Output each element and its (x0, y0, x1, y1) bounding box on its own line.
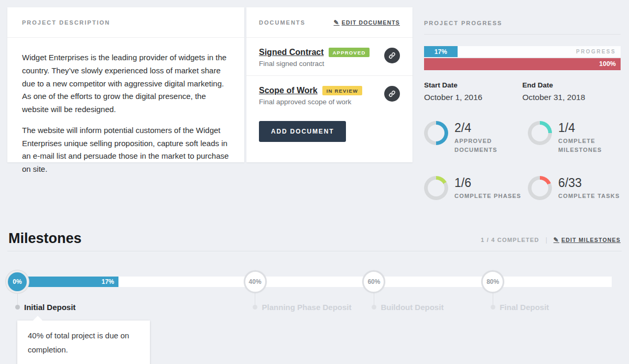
milestone-dot (372, 305, 376, 310)
description-paragraph: The website will inform potential custom… (22, 124, 230, 176)
milestone-dot (491, 305, 495, 310)
milestone-label[interactable]: Initial Deposit (24, 303, 75, 312)
add-document-button[interactable]: ADD DOCUMENT (259, 121, 346, 142)
total-bar: 100% (424, 58, 621, 70)
status-badge: IN REVIEW (322, 86, 362, 95)
stats-grid: 2/4 APPROVED DOCUMENTS 1/4 COMPLETE MILE… (424, 121, 621, 201)
pencil-icon: ✎ (333, 19, 339, 26)
document-name-link[interactable]: Signed Contract (259, 48, 324, 57)
milestone-label[interactable]: Final Deposit (500, 303, 549, 312)
milestone-dot (15, 305, 20, 310)
document-description: Final signed contract (259, 60, 376, 68)
project-progress-panel: PROJECT PROGRESS 17% PROGRESS 100% Start… (424, 7, 621, 201)
milestone-node-0[interactable]: 0% (6, 270, 29, 293)
stat-complete-phases: 1/6 COMPLETE PHASES (424, 176, 528, 201)
pencil-icon: ✎ (554, 236, 559, 244)
progress-bar-track: 17% PROGRESS (424, 46, 621, 57)
page: PROJECT DESCRIPTION Widget Enterprises i… (0, 0, 629, 364)
edit-milestones-label: EDIT MILESTONES (561, 237, 621, 243)
donut-chart-icon (424, 121, 448, 145)
card-header: DOCUMENTS ✎ EDIT DOCUMENTS (246, 7, 413, 38)
progress-bar-fill: 17% (424, 46, 458, 57)
document-link-button[interactable] (384, 48, 400, 63)
document-row: Signed Contract APPROVED Final signed co… (246, 38, 413, 75)
project-progress-title: PROJECT PROGRESS (424, 20, 621, 26)
divider: | (546, 236, 547, 244)
milestones-section: Milestones 1 / 4 COMPLETED | ✎ EDIT MILE… (0, 230, 629, 364)
donut-chart-icon (528, 176, 552, 200)
end-date: End Date October 31, 2018 (523, 81, 621, 102)
milestone-tooltip-text: 40% of total project is due on completio… (28, 328, 139, 357)
project-description-title: PROJECT DESCRIPTION (22, 19, 110, 26)
status-badge: APPROVED (329, 48, 370, 57)
document-name-link[interactable]: Scope of Work (259, 86, 318, 95)
stat-complete-tasks: 6/33 COMPLETE TASKS (528, 176, 621, 201)
milestone-node-80[interactable]: 80% (481, 270, 504, 293)
milestone-label[interactable]: Planning Phase Deposit (262, 303, 352, 312)
stat-complete-milestones: 1/4 COMPLETE MILESTONES (528, 121, 621, 154)
divider (7, 251, 622, 251)
total-percent: 100% (599, 60, 621, 68)
milestone-node-60[interactable]: 60% (362, 270, 385, 293)
description-paragraph: Widget Enterprises is the leading provid… (22, 51, 230, 116)
project-dates: Start Date October 1, 2016 End Date Octo… (424, 81, 621, 102)
link-icon (388, 52, 396, 59)
milestone-bar-track: 17% (17, 277, 612, 287)
documents-title: DOCUMENTS (259, 19, 306, 26)
card-header: PROJECT DESCRIPTION (7, 7, 244, 38)
milestone-dot (253, 305, 257, 310)
milestones-title: Milestones (8, 230, 82, 247)
milestone-bar-fill: 17% (17, 277, 118, 287)
donut-chart-icon (424, 176, 448, 200)
document-description: Final approved scope of work (259, 98, 376, 106)
progress-bar-label: PROGRESS (576, 46, 616, 57)
documents-card: DOCUMENTS ✎ EDIT DOCUMENTS Signed Contra… (246, 7, 413, 162)
milestone-connector (374, 292, 374, 306)
document-link-button[interactable] (384, 86, 400, 102)
milestone-connector (17, 292, 18, 306)
edit-documents-label: EDIT DOCUMENTS (342, 19, 400, 26)
milestone-bar-percent: 17% (102, 277, 114, 287)
donut-chart-icon (528, 121, 552, 145)
edit-documents-link[interactable]: ✎ EDIT DOCUMENTS (333, 19, 400, 26)
divider (424, 34, 621, 35)
start-date: Start Date October 1, 2016 (424, 81, 523, 102)
milestone-node-40[interactable]: 40% (244, 270, 267, 293)
milestone-label[interactable]: Buildout Deposit (381, 303, 443, 312)
project-description-body: Widget Enterprises is the leading provid… (7, 38, 244, 197)
milestone-connector (493, 292, 493, 306)
edit-milestones-link[interactable]: ✎ EDIT MILESTONES (554, 236, 621, 244)
stat-approved-documents: 2/4 APPROVED DOCUMENTS (424, 121, 528, 154)
progress-percent: 17% (435, 48, 447, 56)
milestones-completed-count: 1 / 4 COMPLETED (481, 237, 539, 243)
milestone-tooltip: 40% of total project is due on completio… (17, 321, 150, 364)
milestone-connector (255, 292, 255, 306)
milestones-header: Milestones 1 / 4 COMPLETED | ✎ EDIT MILE… (0, 230, 629, 247)
project-description-card: PROJECT DESCRIPTION Widget Enterprises i… (7, 7, 244, 162)
document-row: Scope of Work IN REVIEW Final approved s… (246, 75, 413, 114)
link-icon (388, 90, 396, 97)
